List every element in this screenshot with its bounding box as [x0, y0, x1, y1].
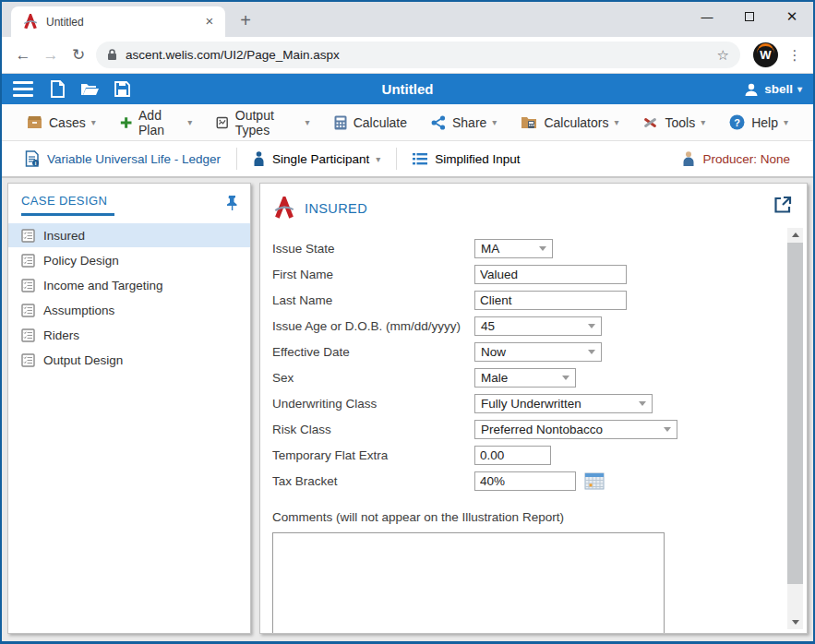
- vertical-scrollbar[interactable]: [787, 228, 803, 629]
- menu-label: Calculate: [354, 115, 407, 130]
- participant-menu[interactable]: Single Participant ▾: [243, 151, 390, 166]
- schedule-table-icon: [584, 472, 605, 490]
- form-icon: [21, 279, 35, 292]
- sidebar-item-label: Riders: [43, 328, 79, 342]
- form-icon: [21, 254, 35, 268]
- form-row: Issue State MA: [272, 239, 779, 258]
- hamburger-menu-icon[interactable]: [13, 81, 33, 97]
- input-mode[interactable]: Simplified Input: [402, 152, 530, 166]
- browser-tab[interactable]: Untitled ×: [11, 6, 225, 37]
- arrow-down-icon: [792, 620, 799, 625]
- maximize-icon: [745, 12, 754, 21]
- scrollbar-thumb[interactable]: [787, 243, 803, 584]
- chevron-down-icon: [639, 401, 646, 406]
- scrollbar-track[interactable]: [787, 242, 803, 615]
- chevron-down-icon: ▾: [376, 154, 380, 164]
- form-icon: [21, 229, 35, 243]
- chevron-down-icon: ▾: [614, 117, 618, 127]
- menu-label: Output Types: [235, 108, 300, 137]
- risk-class-value: Preferred Nontobacco: [481, 423, 664, 436]
- open-case-icon[interactable]: [80, 81, 100, 97]
- current-plan[interactable]: i Variable Universal Life - Ledger: [15, 150, 231, 167]
- form-row: Issue Age or D.O.B. (mm/dd/yyyy) 45: [272, 316, 779, 336]
- chevron-down-icon: ▾: [701, 117, 705, 127]
- first-name-label: First Name: [272, 268, 474, 281]
- participant-label: Single Participant: [272, 152, 369, 166]
- window-controls: — ✕: [686, 2, 813, 31]
- tab-close-icon[interactable]: ×: [201, 14, 218, 30]
- user-menu[interactable]: sbell ▾: [744, 82, 802, 97]
- underwriting-class-select[interactable]: Fully Underwritten: [474, 394, 653, 413]
- browser-menu-icon[interactable]: ⋮: [784, 47, 806, 64]
- save-case-icon[interactable]: [114, 81, 130, 97]
- temporary-flat-extra-input[interactable]: [474, 446, 551, 465]
- tax-bracket-input[interactable]: [474, 471, 576, 491]
- app-header: Untitled sbell ▾: [2, 74, 813, 104]
- issue-age-select[interactable]: 45: [474, 316, 602, 336]
- chevron-down-icon: [664, 427, 671, 432]
- person-icon: [253, 151, 265, 166]
- sidebar-item-income-and-targeting[interactable]: Income and Targeting: [8, 273, 250, 297]
- first-name-input[interactable]: [474, 265, 627, 284]
- menu-share[interactable]: Share ▾: [419, 104, 509, 140]
- form-row: Risk Class Preferred Nontobacco: [272, 420, 779, 439]
- form-row: Tax Bracket: [272, 471, 779, 491]
- scroll-up-button[interactable]: [787, 228, 803, 242]
- menu-output-types[interactable]: Output Types ▾: [204, 104, 321, 140]
- url-text[interactable]: ascent.welis.com/UI2/Page_Main.aspx: [126, 48, 717, 62]
- risk-class-select[interactable]: Preferred Nontobacco: [474, 420, 677, 439]
- profile-avatar[interactable]: W: [753, 42, 778, 67]
- ascent-favicon-icon: [22, 14, 39, 30]
- maximize-button[interactable]: [728, 2, 771, 31]
- tax-bracket-schedule-button[interactable]: [584, 472, 605, 490]
- open-in-new-window-icon[interactable]: [773, 196, 792, 214]
- menu-help[interactable]: ? Help ▾: [717, 104, 800, 140]
- issue-state-label: Issue State: [272, 242, 474, 256]
- ascent-logo-icon: [272, 197, 296, 221]
- sex-value: Male: [481, 371, 562, 385]
- menu-bar: Cases ▾ Add Plan ▾ Output Types ▾ Calcul…: [2, 104, 813, 141]
- menu-add-plan[interactable]: Add Plan ▾: [108, 104, 205, 140]
- tab-title: Untitled: [46, 16, 201, 29]
- chevron-down-icon: [588, 350, 595, 354]
- chevron-down-icon: ▾: [492, 117, 497, 127]
- sex-select[interactable]: Male: [474, 368, 576, 388]
- producer-status[interactable]: Producer: None: [672, 151, 800, 166]
- menu-label: Cases: [49, 115, 86, 130]
- menu-cases[interactable]: Cases ▾: [15, 104, 108, 140]
- tab-bar: Untitled × + — ✕: [2, 2, 813, 37]
- menu-calculate[interactable]: Calculate: [322, 104, 419, 140]
- form-icon: [21, 304, 35, 317]
- chevron-down-icon: ▾: [306, 117, 310, 127]
- effective-date-select[interactable]: Now: [474, 342, 602, 362]
- plan-document-icon: i: [25, 150, 40, 167]
- pin-icon[interactable]: [225, 195, 239, 210]
- forward-icon[interactable]: →: [37, 42, 65, 69]
- menu-calculators[interactable]: Calculators ▾: [509, 104, 630, 140]
- menu-tools[interactable]: Tools ▾: [630, 104, 717, 140]
- menu-label: Tools: [665, 115, 695, 130]
- form-icon: [21, 328, 35, 342]
- bookmark-star-icon[interactable]: ☆: [717, 47, 729, 64]
- crossed-tools-icon: [642, 115, 658, 130]
- issue-state-select[interactable]: MA: [474, 239, 553, 258]
- back-icon[interactable]: ←: [9, 42, 37, 69]
- sidebar-item-output-design[interactable]: Output Design: [8, 348, 250, 372]
- sidebar-item-policy-design[interactable]: Policy Design: [8, 248, 250, 272]
- cases-drawer-icon: [27, 115, 42, 129]
- sidebar-item-assumptions[interactable]: Assumptions: [8, 298, 250, 322]
- new-tab-button[interactable]: +: [233, 8, 258, 34]
- sidebar-item-insured[interactable]: Insured: [8, 223, 250, 247]
- refresh-icon[interactable]: ↻: [65, 42, 92, 69]
- close-button[interactable]: ✕: [771, 2, 813, 31]
- sidebar-title: CASE DESIGN: [21, 190, 114, 216]
- scroll-down-button[interactable]: [787, 615, 803, 629]
- sidebar-item-riders[interactable]: Riders: [8, 323, 250, 347]
- content-area: CASE DESIGN Insured Policy Design Income…: [2, 178, 813, 641]
- last-name-input[interactable]: [474, 291, 627, 310]
- minimize-button[interactable]: —: [686, 2, 728, 31]
- new-case-icon[interactable]: [50, 80, 66, 98]
- comments-textarea[interactable]: [272, 532, 665, 634]
- browser-window: Untitled × + — ✕ ← → ↻ ascent.welis.com/…: [0, 0, 815, 644]
- address-bar[interactable]: ascent.welis.com/UI2/Page_Main.aspx ☆: [96, 42, 740, 68]
